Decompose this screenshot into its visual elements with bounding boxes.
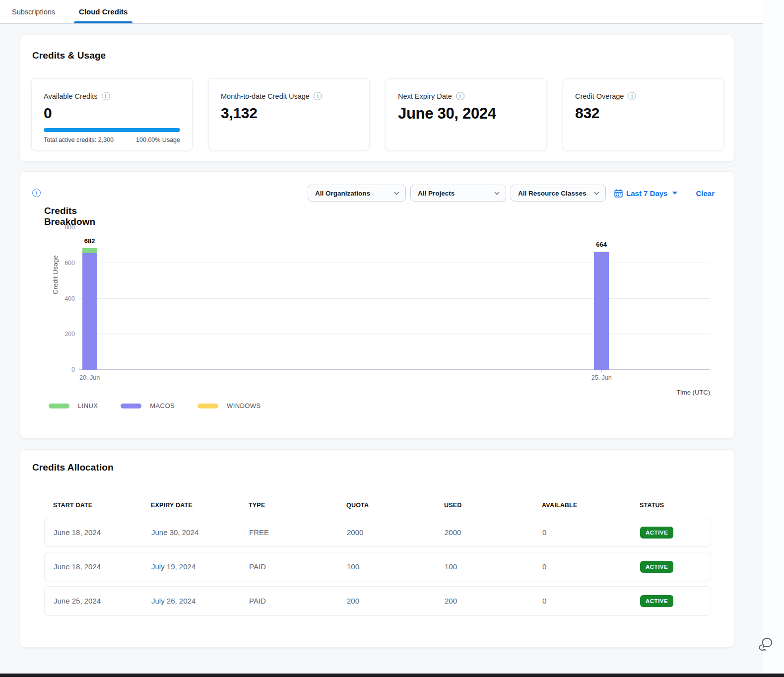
right-gutter — [763, 0, 784, 674]
cell-available: 0 — [542, 562, 640, 571]
available-credits-label: Available Credits — [44, 92, 98, 100]
cell-quota: 100 — [347, 562, 445, 571]
bar-segment-linux[interactable] — [82, 248, 97, 253]
table-header-row: START DATE EXPIRY DATE TYPE QUOTA USED A… — [44, 498, 711, 513]
cell-available: 0 — [542, 597, 640, 605]
col-status: STATUS — [640, 502, 702, 509]
legend-linux-label: LINUX — [78, 402, 98, 409]
tab-cloud-credits-label: Cloud Credits — [79, 7, 128, 16]
table-row: June 25, 2024 July 26, 2024 PAID 200 200… — [44, 586, 711, 615]
y-tick-label: 0 — [71, 366, 75, 373]
stat-card-row: Available Credits 0 Total active credits… — [31, 78, 724, 150]
cell-type: FREE — [249, 528, 347, 537]
date-range-value: Last 7 Days — [626, 189, 667, 198]
y-tick-label: 600 — [65, 260, 75, 267]
legend-item-macos[interactable]: MACOS — [121, 402, 175, 409]
windows-color-swatch — [197, 404, 218, 408]
stat-card-available-credits: Available Credits 0 Total active credits… — [31, 78, 193, 150]
cell-used: 2000 — [445, 528, 542, 537]
organizations-select[interactable]: All Organizations — [308, 185, 406, 202]
credits-breakdown-section: Credits Breakdown All Organizations All … — [20, 171, 734, 439]
x-tick — [601, 370, 602, 373]
chart-legend: LINUX MACOS WINDOWS — [49, 402, 261, 409]
legend-item-windows[interactable]: WINDOWS — [197, 402, 261, 409]
tab-subscriptions[interactable]: Subscriptions — [0, 0, 67, 23]
info-icon[interactable] — [32, 189, 41, 197]
chart-plot: 68220. Jun66425. Jun — [79, 227, 710, 370]
col-type: TYPE — [249, 502, 346, 509]
plan-tabbar: Subscriptions Cloud Credits — [0, 0, 763, 24]
info-icon[interactable] — [628, 92, 636, 100]
status-badge: ACTIVE — [640, 527, 673, 539]
bar-25-jun[interactable]: 664 — [594, 252, 609, 370]
y-tick-label: 200 — [65, 331, 75, 338]
cell-type: PAID — [249, 597, 347, 605]
support-chat-button[interactable] — [757, 637, 777, 654]
chevron-down-icon — [594, 192, 599, 195]
clear-filters-button[interactable]: Clear — [696, 189, 715, 198]
cell-expiry-date: July 26, 2024 — [151, 597, 249, 605]
usage-percent: 100.00% Usage — [136, 136, 180, 143]
legend-item-linux[interactable]: LINUX — [49, 402, 98, 409]
tab-cloud-credits[interactable]: Cloud Credits — [67, 0, 139, 23]
credits-allocation-title: Credits Allocation — [32, 462, 114, 473]
gridline — [79, 334, 710, 334]
x-tick — [90, 370, 90, 373]
credit-overage-label: Credit Overage — [575, 92, 624, 100]
col-expiry-date: EXPIRY DATE — [151, 502, 249, 509]
resource-classes-select[interactable]: All Resource Classes — [511, 185, 606, 202]
gridline — [79, 369, 710, 370]
available-credits-value: 0 — [44, 105, 180, 122]
credit-usage-chart: Credit Usage 0200400600800 68220. Jun664… — [32, 221, 723, 425]
calendar-icon — [614, 189, 623, 198]
window-bottom-edge — [0, 674, 784, 677]
caret-down-icon — [672, 192, 677, 195]
projects-select-value: All Projects — [418, 190, 455, 197]
credits-allocation-section: Credits Allocation START DATE EXPIRY DAT… — [20, 449, 734, 648]
next-expiry-value: June 30, 2024 — [398, 105, 534, 123]
mtd-usage-value: 3,132 — [221, 105, 357, 122]
chart-ylabels: 0200400600800 — [32, 227, 75, 370]
mtd-usage-label: Month-to-date Credit Usage — [221, 92, 310, 100]
stat-card-credit-overage: Credit Overage 832 — [563, 78, 724, 150]
breakdown-filters: All Organizations All Projects All Resou… — [308, 185, 715, 202]
col-available: AVAILABLE — [542, 502, 640, 509]
bar-total-label: 682 — [84, 237, 95, 245]
credits-usage-title: Credits & Usage — [32, 50, 106, 61]
credits-allocation-table: START DATE EXPIRY DATE TYPE QUOTA USED A… — [44, 498, 711, 615]
bar-segment-macos[interactable] — [594, 252, 609, 370]
chart-x-axis-title: Time (UTC) — [677, 389, 710, 396]
chevron-down-icon — [494, 192, 500, 195]
linux-color-swatch — [49, 404, 69, 408]
bar-20-jun[interactable]: 682 — [82, 248, 97, 370]
gridline — [79, 263, 710, 263]
gridline — [79, 298, 710, 299]
x-tick-label: 20. Jun — [79, 374, 100, 381]
cell-quota: 200 — [347, 597, 445, 605]
credits-usage-section: Credits & Usage Available Credits 0 Tota… — [20, 35, 734, 162]
projects-select[interactable]: All Projects — [410, 185, 506, 202]
cell-expiry-date: June 30, 2024 — [151, 528, 249, 537]
cell-expiry-date: July 19, 2024 — [151, 562, 249, 571]
tab-subscriptions-label: Subscriptions — [12, 8, 55, 16]
cell-available: 0 — [542, 528, 640, 537]
table-row: June 18, 2024 June 30, 2024 FREE 2000 20… — [44, 518, 711, 547]
bar-segment-macos[interactable] — [82, 253, 97, 370]
x-tick-label: 25. Jun — [591, 374, 612, 381]
macos-color-swatch — [121, 404, 141, 408]
main-content-area: Subscriptions Cloud Credits Credits & Us… — [0, 0, 763, 674]
cell-quota: 2000 — [347, 528, 445, 537]
legend-macos-label: MACOS — [150, 402, 175, 409]
info-icon[interactable] — [456, 92, 464, 100]
stat-card-next-expiry: Next Expiry Date June 30, 2024 — [386, 78, 547, 150]
stat-card-mtd-usage: Month-to-date Credit Usage 3,132 — [208, 78, 370, 150]
col-quota: QUOTA — [346, 502, 444, 509]
credit-overage-value: 832 — [575, 105, 712, 122]
total-active-credits: Total active credits: 2,300 — [44, 136, 114, 143]
date-range-picker[interactable]: Last 7 Days — [614, 189, 677, 198]
organizations-select-value: All Organizations — [315, 190, 370, 197]
info-icon[interactable] — [314, 92, 322, 100]
gridline — [79, 227, 710, 227]
info-icon[interactable] — [102, 92, 110, 100]
cell-type: PAID — [249, 562, 347, 571]
